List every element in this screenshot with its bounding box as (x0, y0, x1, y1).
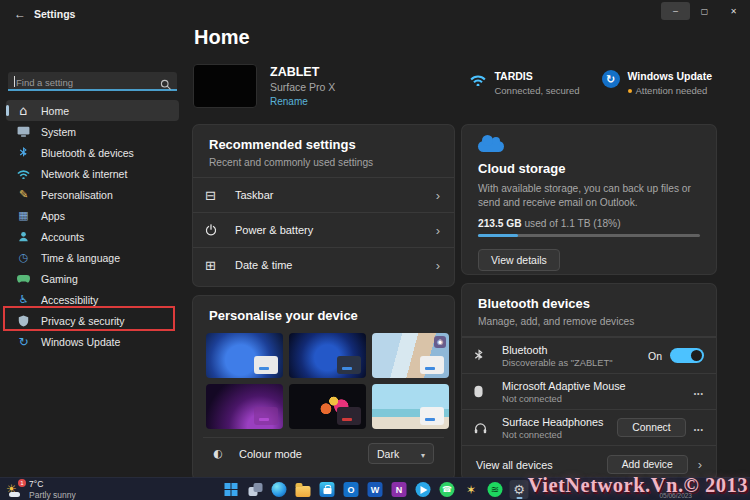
taskbar-app-settings-icon[interactable] (510, 480, 529, 499)
sidebar-item-network-internet[interactable]: Network & internet (6, 163, 179, 184)
storage-progress-bar (478, 234, 700, 237)
wifi-icon (470, 72, 486, 90)
sidebar-item-time-language[interactable]: ◷Time & language (6, 247, 179, 268)
network-name: TARDIS (494, 70, 579, 82)
sidebar-item-home[interactable]: ⌂Home (6, 100, 179, 121)
sidebar-item-apps[interactable]: ▦Apps (6, 205, 179, 226)
device-name: Surface Headphones (502, 416, 603, 428)
sidebar-item-privacy-security[interactable]: Privacy & security (6, 310, 179, 331)
colour-mode-dropdown[interactable]: Dark (368, 443, 434, 464)
storage-usage: 213.5 GB used of 1.1 TB (18%) (478, 218, 700, 229)
mouse-icon (474, 385, 502, 398)
sidebar-item-label: Accessibility (41, 294, 98, 306)
weather-icon: 1 (6, 481, 23, 498)
storage-progress-fill (478, 234, 518, 237)
taskbar-app-whatsapp-icon[interactable] (438, 480, 457, 499)
taskbar-app-telegram-icon[interactable] (414, 480, 433, 499)
taskbar-app-onenote-icon[interactable] (390, 480, 409, 499)
taskbar-app-start-icon[interactable] (222, 480, 241, 499)
theme-thumbnail-beach-light[interactable] (372, 384, 449, 429)
row-taskbar[interactable]: Taskbar (193, 177, 454, 212)
taskbar-app-file-explorer-icon[interactable] (294, 480, 313, 499)
cloud-icon (478, 141, 504, 152)
search-input[interactable] (8, 74, 177, 91)
chevron-right-icon (698, 457, 702, 472)
sidebar-item-label: Accounts (41, 231, 84, 243)
home-icon: ⌂ (16, 103, 31, 118)
theme-preview-window (337, 356, 361, 374)
theme-preview-window (420, 407, 444, 425)
row-power-battery[interactable]: Power & battery (193, 212, 454, 247)
sidebar-item-label: Time & language (41, 252, 120, 264)
windows-update-block[interactable]: ↻ Windows Update Attention needed (602, 70, 713, 96)
connect-button[interactable]: Connect (617, 418, 685, 437)
more-options-icon[interactable] (694, 422, 704, 434)
bluetooth-icon (16, 147, 31, 159)
sidebar-item-personalisation[interactable]: ✎Personalisation (6, 184, 179, 205)
taskbar-app-picsart-icon[interactable] (462, 480, 481, 499)
theme-preview-window (254, 407, 278, 425)
taskbar-app-store-icon[interactable] (318, 480, 337, 499)
taskbar-app-spotify-icon[interactable] (486, 480, 505, 499)
card-title: Personalise your device (209, 308, 438, 323)
weather-condition: Partly sunny (29, 491, 76, 500)
taskbar-app-word-icon[interactable] (366, 480, 385, 499)
sidebar-item-system[interactable]: System (6, 121, 179, 142)
theme-grid (203, 333, 444, 429)
person-icon (16, 231, 31, 242)
theme-thumbnail-flower-dark[interactable] (289, 384, 366, 429)
sidebar-item-gaming[interactable]: Gaming (6, 268, 179, 289)
rename-link[interactable]: Rename (270, 96, 335, 107)
card-subtitle: Manage, add, and remove devices (478, 316, 700, 327)
row-label: Date & time (235, 259, 292, 271)
page-title: Home (194, 26, 750, 49)
bluetooth-devices-card: Bluetooth devices Manage, add, and remov… (461, 283, 717, 481)
update-title: Windows Update (628, 70, 713, 82)
theme-thumbnail-bloom-dark[interactable] (289, 333, 366, 378)
sidebar-item-label: Windows Update (41, 336, 120, 348)
sidebar-item-label: Apps (41, 210, 65, 222)
device-row-mouse[interactable]: Microsoft Adaptive Mouse Not connected (462, 373, 716, 409)
chevron-down-icon (421, 448, 425, 460)
weather-widget[interactable]: 1 7°C Partly sunny (6, 480, 76, 499)
view-details-button[interactable]: View details (478, 249, 560, 271)
theme-preview-window (337, 407, 361, 425)
taskbar-app-task-view-icon[interactable] (246, 480, 265, 499)
view-all-devices-link[interactable]: View all devices (476, 459, 553, 471)
taskbar-app-outlook-icon[interactable] (342, 480, 361, 499)
sidebar-item-accessibility[interactable]: ♿Accessibility (6, 289, 179, 310)
sidebar-item-bluetooth-devices[interactable]: Bluetooth & devices (6, 142, 179, 163)
taskbar-app-edge-icon[interactable] (270, 480, 289, 499)
usage-amount: 213.5 GB (478, 218, 522, 229)
power-icon (205, 224, 235, 236)
chevron-right-icon (436, 258, 440, 273)
network-status-block[interactable]: TARDIS Connected, secured (470, 70, 579, 96)
device-row-headphones[interactable]: Surface Headphones Not connected Connect (462, 409, 716, 445)
chevron-right-icon (436, 223, 440, 238)
row-date-time[interactable]: Date & time (193, 247, 454, 282)
add-device-button[interactable]: Add device (607, 455, 688, 474)
network-status: Connected, secured (494, 85, 579, 96)
accessibility-icon: ♿ (16, 293, 31, 306)
device-status: Not connected (502, 394, 626, 404)
theme-thumbnail-sunrise-collage[interactable] (372, 333, 449, 378)
theme-preview-window (254, 356, 278, 374)
taskbar-apps (222, 480, 529, 499)
theme-preview-window (420, 356, 444, 374)
more-options-icon[interactable] (694, 386, 704, 398)
sidebar-item-label: Bluetooth & devices (41, 147, 134, 159)
settings-window: Settings ⌂HomeSystemBluetooth & devicesN… (0, 0, 750, 500)
device-status: Discoverable as "ZABLET" (502, 358, 612, 368)
search-icon[interactable] (160, 76, 171, 94)
sidebar-item-label: Personalisation (41, 189, 113, 201)
bluetooth-toggle[interactable] (670, 348, 704, 363)
back-icon[interactable] (12, 6, 28, 22)
colour-mode-value: Dark (377, 448, 399, 460)
sidebar-item-windows-update[interactable]: ↻Windows Update (6, 331, 179, 352)
sidebar-item-accounts[interactable]: Accounts (6, 226, 179, 247)
calendar-icon (205, 258, 235, 273)
update-icon: ↻ (16, 335, 31, 349)
search-box (8, 72, 177, 91)
theme-thumbnail-glow-purple[interactable] (206, 384, 283, 429)
theme-thumbnail-bloom-light[interactable] (206, 333, 283, 378)
